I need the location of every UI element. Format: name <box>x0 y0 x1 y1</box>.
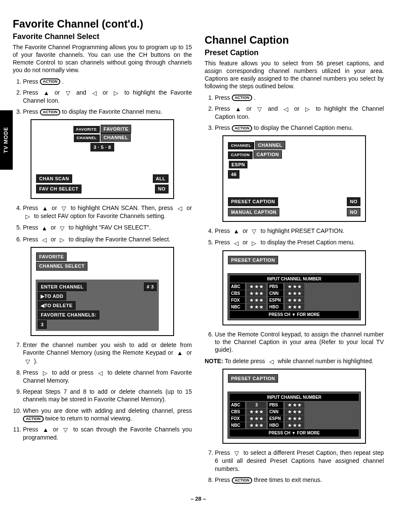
fav-step-8: Press ▷ to add or press ◁ to delete chan… <box>23 369 192 384</box>
channel-value: ★ ★ ★ <box>285 290 304 297</box>
channel-value: ★ ★ ★ <box>285 422 304 428</box>
osd-table-header: INPUT CHANNEL NUMBER <box>230 394 359 401</box>
osd-table-row: ABC3PBS★ ★ ★ <box>230 402 359 408</box>
right-column: Channel Caption Preset Caption This feat… <box>205 17 384 487</box>
channel-name: FOX <box>230 415 245 422</box>
left-icon: ◁ <box>232 239 241 247</box>
channel-value: ★ ★ ★ <box>285 283 304 290</box>
osd-text: ENTER CHANNEL <box>38 283 87 291</box>
down-icon: ▽ <box>23 358 32 365</box>
down-icon: ▽ <box>59 204 68 212</box>
fav-steps-cont: Press ▲ or ▽ to highlight CHAN SCAN. The… <box>13 204 192 244</box>
osd-text: NO <box>347 208 360 216</box>
cap-step-8: Press ACTION three times to exit menus. <box>215 476 384 484</box>
osd-table-row: CBS★ ★ ★CNN★ ★ ★ <box>230 409 359 415</box>
channel-name: CBS <box>230 409 245 415</box>
channel-value: ★ ★ ★ <box>285 409 304 415</box>
osd-block: ENTER CHANNEL # 3 ▶TO ADD ◀TO DELETE FAV… <box>36 280 159 331</box>
osd-text: ▶TO ADD <box>38 292 66 300</box>
osd-text: PRESET CAPTION <box>228 197 278 206</box>
osd-text: FAV CH SELECT <box>36 185 81 193</box>
action-button-icon: ACTION <box>232 95 253 101</box>
action-button-icon: ACTION <box>232 125 253 132</box>
subheading-preset-caption: Preset Caption <box>205 48 384 58</box>
side-tab-text: TV MODE <box>3 127 10 153</box>
fav-step-11: Press ▲ or ▽ to scan through the Favorit… <box>23 426 192 441</box>
right-icon: ▷ <box>58 236 67 244</box>
osd-table-footer: PRESS CH ▼ FOR MORE <box>230 429 359 437</box>
osd-text: 3 · 5 · 8 <box>90 143 114 151</box>
down-icon: ▽ <box>232 449 242 457</box>
channel-name: HBO <box>268 422 283 428</box>
fav-steps: Press ACTION . Press ▲ or ▽ and ◁ or ▷ t… <box>13 78 192 116</box>
channel-name: PBS <box>268 283 283 290</box>
down-icon: ▽ <box>255 105 264 113</box>
osd-text: PRESET CAPTION <box>228 374 278 383</box>
osd-text: CAPTION <box>253 150 282 159</box>
osd-text: CHANNEL <box>255 141 285 149</box>
channel-value: ★ ★ ★ <box>285 402 304 408</box>
down-icon: ▽ <box>250 227 259 235</box>
osd-text: ESPN <box>228 160 248 169</box>
up-icon: ▲ <box>40 204 50 212</box>
left-icon: ◁ <box>40 236 49 244</box>
osd-text: FAVORITE <box>36 252 67 261</box>
channel-value: 3 <box>247 402 266 408</box>
channel-value: ★ ★ ★ <box>247 304 266 310</box>
osd-text: CHANNEL <box>74 134 100 142</box>
fav-step-10: When you are done with adding and deleti… <box>23 407 192 422</box>
up-icon: ▲ <box>175 350 185 357</box>
down-icon: ▽ <box>61 426 70 434</box>
cap-step-2: Press ▲ or ▽ and ◁ or ▷ to highlight the… <box>215 105 384 120</box>
down-icon: ▽ <box>58 224 67 232</box>
osd-table-header: INPUT CHANNEL NUMBER <box>230 275 359 283</box>
action-button-icon: ACTION <box>23 416 44 422</box>
fav-step-7: Enter the channel number you wish to add… <box>23 341 192 365</box>
osd-text: 3 <box>38 320 47 329</box>
caption-steps: Press ACTION . Press ▲ or ▽ and ◁ or ▷ t… <box>205 94 384 132</box>
osd-text: NO <box>155 185 169 193</box>
channel-name: ESPN <box>268 297 283 303</box>
osd-screen-preset-caption-2: PRESET CAPTION INPUT CHANNEL NUMBER ABC3… <box>222 369 366 444</box>
channel-name: CNN <box>268 409 283 415</box>
left-icon: ◁ <box>267 358 276 365</box>
fav-step-2: Press ▲ or ▽ and ◁ or ▷ to highlight the… <box>23 89 192 104</box>
up-icon: ▲ <box>40 224 49 232</box>
right-icon: ▷ <box>40 369 50 377</box>
osd-screen-channel-caption: CHANNELCHANNEL CAPTIONCAPTION ESPN 46 PR… <box>222 135 366 222</box>
caption-steps-cont: Press ▲ or ▽ to highlight PRESET CAPTION… <box>205 227 384 247</box>
osd-table-row: NBC★ ★ ★HBO★ ★ ★ <box>230 304 359 310</box>
cap-step-3: Press ACTION to display the Channel Capt… <box>215 124 384 132</box>
left-icon: ◁ <box>175 204 185 212</box>
osd-text: CHAN SCAN <box>36 174 72 183</box>
channel-value: ★ ★ ★ <box>285 297 304 303</box>
cap-step-1: Press ACTION . <box>215 94 384 101</box>
up-icon: ▲ <box>233 105 243 113</box>
fav-intro: The Favorite Channel Programming allows … <box>13 43 192 74</box>
channel-value: ★ ★ ★ <box>247 283 266 290</box>
osd-table-row: FOX★ ★ ★ESPN★ ★ ★ <box>230 297 359 303</box>
osd-text: MANUAL CAPTION <box>228 208 279 216</box>
left-icon: ◁ <box>96 369 105 377</box>
action-button-icon: ACTION <box>232 477 253 484</box>
osd-text: CHANNEL <box>101 133 131 142</box>
fav-step-6: Press ◁ or ▷ to display the Favorite Cha… <box>23 235 192 244</box>
channel-name: CNN <box>268 290 283 297</box>
osd-screen-fav-select: FAVORITE CHANNEL SELECT ENTER CHANNEL # … <box>31 247 174 336</box>
caption-intro: This feature allows you to select from 5… <box>205 59 384 90</box>
osd-preset-table: INPUT CHANNEL NUMBER ABC3PBS★ ★ ★CBS★ ★ … <box>228 392 361 439</box>
channel-value: ★ ★ ★ <box>247 422 266 428</box>
cap-step-6: Use the Remote Control keypad, to assign… <box>215 330 384 354</box>
osd-text: FAVORITE CHANNELS: <box>38 311 99 319</box>
osd-screen-preset-caption-1: PRESET CAPTION INPUT CHANNEL NUMBER ABC★… <box>222 250 366 325</box>
channel-name: PBS <box>268 402 283 408</box>
osd-table-row: FOX★ ★ ★ESPN★ ★ ★ <box>230 415 359 422</box>
channel-name: ABC <box>230 402 245 408</box>
osd-text: CAPTION <box>228 151 253 159</box>
osd-text: FAVORITE <box>73 126 100 134</box>
manual-page: TV MODE Favorite Channel (cont'd.) Favor… <box>13 17 384 503</box>
osd-table-row: CBS★ ★ ★CNN★ ★ ★ <box>230 290 359 297</box>
left-icon: ◁ <box>90 89 99 97</box>
channel-name: ESPN <box>268 415 283 422</box>
right-icon: ▷ <box>23 213 32 220</box>
